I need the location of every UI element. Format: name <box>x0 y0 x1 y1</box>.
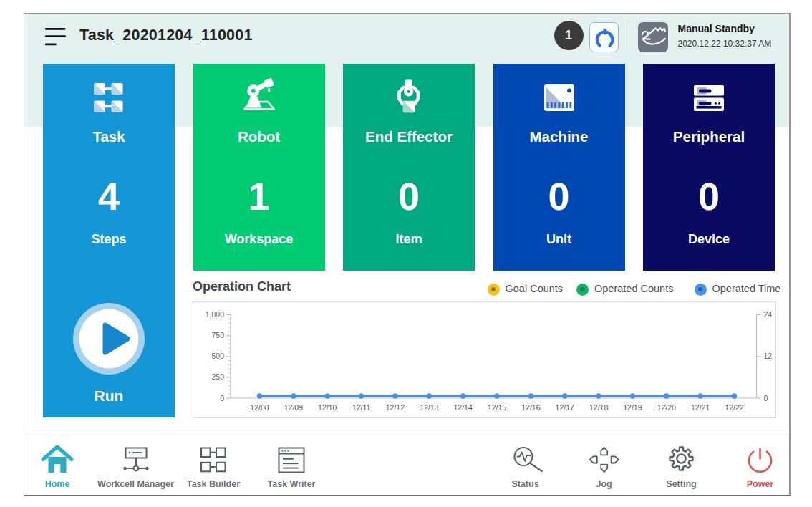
svg-text:12/17: 12/17 <box>555 402 574 411</box>
svg-text:12/19: 12/19 <box>623 402 642 411</box>
svg-text:0: 0 <box>220 393 224 402</box>
svg-text:0: 0 <box>763 393 768 402</box>
svg-text:12/16: 12/16 <box>521 402 540 411</box>
svg-text:12/13: 12/13 <box>420 402 438 411</box>
svg-text:250: 250 <box>211 372 224 381</box>
svg-text:12/10: 12/10 <box>318 402 337 411</box>
svg-text:24: 24 <box>763 310 772 319</box>
svg-text:12/09: 12/09 <box>284 402 302 411</box>
svg-text:500: 500 <box>211 352 224 360</box>
svg-text:12/08: 12/08 <box>250 402 269 411</box>
svg-text:12/14: 12/14 <box>453 402 472 411</box>
svg-text:12/15: 12/15 <box>487 402 506 411</box>
svg-text:12/18: 12/18 <box>589 402 607 411</box>
svg-text:1,000: 1,000 <box>205 310 223 319</box>
svg-text:12/21: 12/21 <box>690 402 709 411</box>
svg-text:12/11: 12/11 <box>352 402 370 411</box>
svg-text:12: 12 <box>763 352 772 360</box>
svg-text:12/12: 12/12 <box>385 402 404 411</box>
svg-text:12/22: 12/22 <box>725 402 743 411</box>
svg-text:750: 750 <box>211 331 224 339</box>
svg-text:12/20: 12/20 <box>657 402 675 411</box>
